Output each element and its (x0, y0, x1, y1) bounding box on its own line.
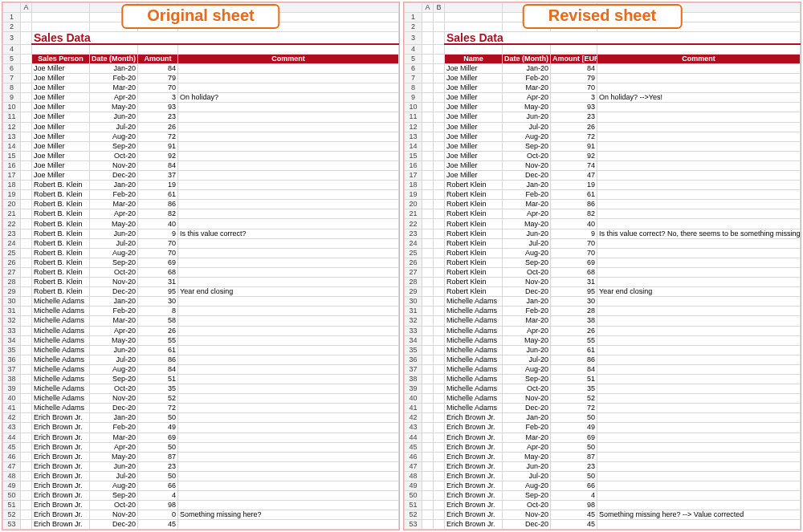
blank-cell[interactable] (434, 267, 445, 277)
blank-cell[interactable] (21, 160, 32, 170)
cell-month[interactable]: Jan-20 (503, 63, 551, 73)
cell-amount[interactable]: 26 (138, 122, 178, 132)
blank-cell[interactable] (434, 141, 445, 151)
blank-cell[interactable] (434, 423, 445, 433)
cell-month[interactable]: Jul-20 (90, 355, 138, 364)
table-row[interactable]: 47Erich Brown Jr.Jun-2023 (405, 461, 801, 471)
cell-comment[interactable] (178, 461, 399, 471)
blank-cell[interactable] (422, 287, 434, 297)
cell-amount[interactable]: 86 (138, 355, 178, 364)
cell-person[interactable]: Joe Miller (32, 83, 90, 93)
blank-cell[interactable] (434, 248, 445, 258)
blank-cell[interactable] (21, 258, 32, 267)
blank-cell[interactable] (434, 316, 445, 326)
blank-cell[interactable] (21, 32, 32, 45)
cell-person[interactable]: Joe Miller (32, 122, 90, 132)
cell-person[interactable]: Erich Brown Jr. (32, 520, 90, 530)
cell-month[interactable]: Oct-20 (503, 267, 551, 277)
table-row[interactable]: 21Robert KleinApr-2082 (405, 209, 801, 219)
spreadsheet-original[interactable]: A123Sales Data45Sales PersonDate (Month)… (2, 2, 399, 530)
blank-cell[interactable] (434, 122, 445, 132)
blank-cell[interactable] (21, 374, 32, 384)
cell-person[interactable]: Erich Brown Jr. (32, 481, 90, 491)
cell-person[interactable]: Joe Miller (445, 103, 503, 112)
row-number[interactable]: 45 (3, 442, 21, 452)
cell-amount[interactable]: 86 (551, 200, 597, 209)
row-number[interactable]: 51 (3, 501, 21, 510)
cell-amount[interactable]: 87 (138, 452, 178, 461)
table-row[interactable]: 48Erich Brown Jr.Jul-2050 (405, 471, 801, 481)
table-row[interactable]: 7Joe MillerFeb-2079 (405, 74, 801, 83)
cell-person[interactable]: Joe Miller (445, 160, 503, 170)
cell-month[interactable]: Sep-20 (503, 258, 551, 267)
cell-month[interactable]: May-20 (503, 103, 551, 112)
cell-month[interactable]: Mar-20 (503, 200, 551, 209)
blank-cell[interactable] (21, 151, 32, 160)
cell-month[interactable]: Dec-20 (90, 404, 138, 413)
table-row[interactable]: 43Erich Brown Jr.Feb-2049 (405, 423, 801, 433)
row-number[interactable]: 17 (3, 171, 21, 181)
table-row[interactable]: 18Robert B. KleinJan-2019 (3, 181, 399, 190)
blank-cell[interactable] (422, 433, 434, 442)
cell-person[interactable]: Erich Brown Jr. (445, 461, 503, 471)
table-row[interactable]: 24Robert B. KleinJul-2070 (3, 238, 399, 248)
cell-amount[interactable]: 19 (551, 181, 597, 190)
cell-month[interactable]: Dec-20 (503, 404, 551, 413)
cell-comment[interactable] (178, 345, 399, 355)
cell-comment[interactable] (597, 471, 801, 481)
table-row[interactable]: 45Erich Brown Jr.Apr-2050 (405, 442, 801, 452)
blank-cell[interactable] (21, 200, 32, 209)
cell-amount[interactable]: 4 (551, 491, 597, 501)
blank-cell[interactable] (21, 278, 32, 287)
row-number[interactable]: 22 (3, 219, 21, 229)
cell-amount[interactable]: 69 (138, 433, 178, 442)
cell-comment[interactable] (597, 248, 801, 258)
cell-amount[interactable]: 86 (138, 200, 178, 209)
row-number[interactable]: 18 (405, 181, 422, 190)
cell-month[interactable]: Dec-20 (503, 520, 551, 530)
table-row[interactable]: 42Erich Brown Jr.Jan-2050 (405, 413, 801, 423)
cell-amount[interactable]: 66 (551, 481, 597, 491)
blank-cell[interactable] (422, 384, 434, 394)
table-row[interactable]: 38Michelle AdamsSep-2051 (3, 374, 399, 384)
cell-person[interactable]: Joe Miller (32, 63, 90, 73)
cell-person[interactable]: Erich Brown Jr. (445, 442, 503, 452)
cell-amount[interactable]: 50 (551, 471, 597, 481)
cell-person[interactable]: Michelle Adams (32, 355, 90, 364)
cell-comment[interactable] (178, 200, 399, 209)
cell-amount[interactable]: 51 (138, 374, 178, 384)
cell-comment[interactable] (597, 404, 801, 413)
blank-cell[interactable] (422, 423, 434, 433)
row-number[interactable]: 34 (405, 335, 422, 345)
table-row[interactable]: 10Joe MillerMay-2093 (3, 103, 399, 112)
cell-person[interactable]: Michelle Adams (32, 326, 90, 335)
blank-cell[interactable] (422, 93, 434, 103)
table-row[interactable]: 24Robert KleinJul-2070 (405, 238, 801, 248)
table-row[interactable]: 49Erich Brown Jr.Aug-2066 (3, 481, 399, 491)
row-number[interactable]: 8 (3, 83, 21, 93)
table-row[interactable]: 37Michelle AdamsAug-2084 (3, 364, 399, 374)
cell-amount[interactable]: 92 (551, 151, 597, 160)
blank-cell[interactable] (434, 404, 445, 413)
row-number[interactable]: 46 (405, 452, 422, 461)
cell-month[interactable]: Feb-20 (90, 74, 138, 83)
row-number[interactable]: 15 (405, 151, 422, 160)
cell-person[interactable]: Erich Brown Jr. (32, 452, 90, 461)
cell-person[interactable]: Erich Brown Jr. (445, 501, 503, 510)
cell-comment[interactable] (597, 122, 801, 132)
row-number[interactable]: 53 (405, 520, 422, 530)
table-row[interactable]: 33Michelle AdamsApr-2026 (3, 326, 399, 335)
cell-amount[interactable]: 74 (551, 160, 597, 170)
cell-person[interactable]: Michelle Adams (32, 384, 90, 394)
blank-cell[interactable] (422, 141, 434, 151)
cell-comment[interactable] (178, 471, 399, 481)
cell-person[interactable]: Joe Miller (445, 151, 503, 160)
cell-comment[interactable] (597, 433, 801, 442)
row-number[interactable]: 23 (405, 229, 422, 238)
table-row[interactable]: 44Erich Brown Jr.Mar-2069 (405, 433, 801, 442)
cell-comment[interactable] (178, 501, 399, 510)
cell-amount[interactable]: 23 (551, 112, 597, 122)
cell-amount[interactable]: 26 (551, 326, 597, 335)
cell-comment[interactable] (597, 413, 801, 423)
cell-comment[interactable] (178, 171, 399, 181)
